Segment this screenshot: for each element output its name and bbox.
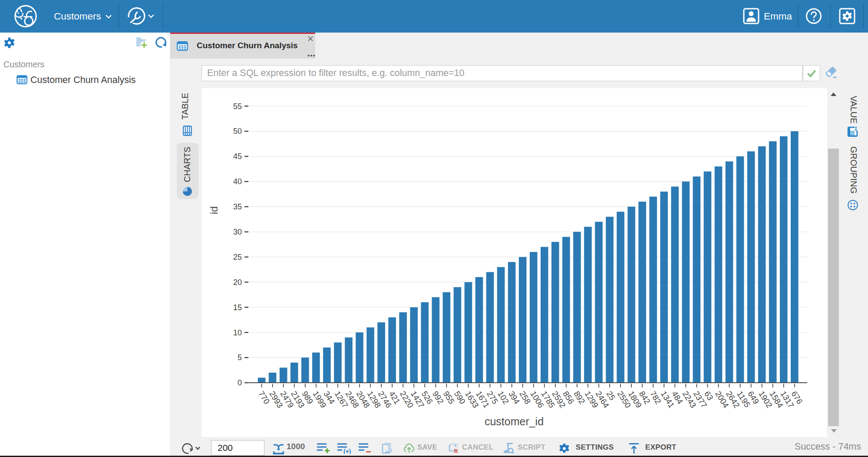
svg-text:955: 955 <box>442 389 456 405</box>
svg-text:50: 50 <box>233 127 242 136</box>
svg-text:customer_id: customer_id <box>485 415 544 427</box>
svg-text:30: 30 <box>233 228 242 236</box>
svg-text:(+): (+) <box>343 448 351 454</box>
svg-text:394: 394 <box>507 389 521 405</box>
svg-text:45: 45 <box>233 152 242 161</box>
svg-text:35: 35 <box>233 202 242 211</box>
svg-text:992: 992 <box>431 389 446 405</box>
svg-text:15: 15 <box>233 303 242 312</box>
svg-text:25: 25 <box>233 253 242 262</box>
svg-text:770: 770 <box>257 389 271 405</box>
svg-text:id: id <box>208 206 220 215</box>
svg-text:782: 782 <box>648 389 663 405</box>
svg-text:40: 40 <box>233 177 242 186</box>
svg-text:10: 10 <box>233 328 242 337</box>
svg-text:55: 55 <box>233 102 242 111</box>
svg-text:892: 892 <box>572 389 587 405</box>
svg-text:590: 590 <box>452 389 467 405</box>
svg-text:0: 0 <box>238 378 242 387</box>
svg-text:20: 20 <box>233 278 242 287</box>
svg-text:102: 102 <box>496 389 511 405</box>
svg-text:258: 258 <box>518 389 532 405</box>
svg-text:5: 5 <box>238 353 242 362</box>
